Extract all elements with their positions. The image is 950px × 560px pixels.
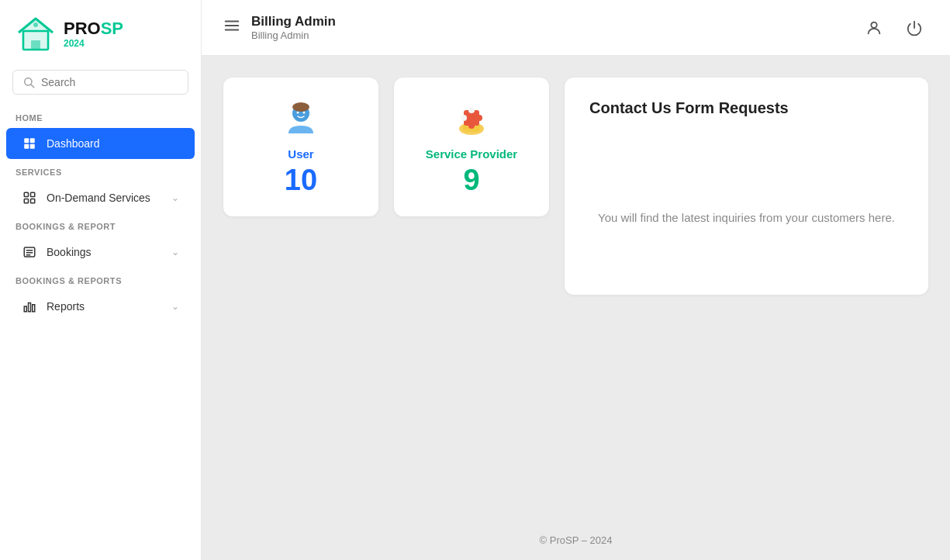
svg-rect-20 bbox=[33, 305, 35, 312]
svg-point-35 bbox=[461, 115, 467, 121]
service-provider-card-value: 9 bbox=[463, 165, 479, 195]
svg-point-26 bbox=[297, 112, 299, 114]
sidebar-item-dashboard-label: Dashboard bbox=[47, 137, 100, 150]
header-subtitle: Billing Admin bbox=[251, 29, 849, 41]
svg-line-5 bbox=[31, 85, 34, 88]
svg-rect-19 bbox=[29, 303, 31, 312]
sidebar-item-on-demand-services[interactable]: On-Demand Services ⌄ bbox=[6, 182, 195, 213]
main-content: Billing Admin Billing Admin bbox=[202, 0, 950, 560]
search-box[interactable] bbox=[12, 70, 188, 95]
svg-rect-2 bbox=[31, 40, 40, 50]
svg-point-33 bbox=[476, 115, 482, 121]
service-provider-icon bbox=[451, 99, 492, 140]
svg-rect-7 bbox=[30, 138, 35, 143]
svg-point-28 bbox=[292, 102, 309, 112]
svg-rect-18 bbox=[24, 306, 26, 312]
search-icon bbox=[22, 76, 35, 88]
nav-section-bookings-reports: BOOKINGS & REPORTS bbox=[0, 268, 201, 290]
logo-year: 2024 bbox=[64, 38, 123, 49]
svg-point-24 bbox=[871, 22, 876, 27]
logo-text: PROSP 2024 bbox=[64, 20, 123, 49]
footer: © ProSP – 2024 bbox=[202, 520, 950, 560]
svg-rect-9 bbox=[30, 144, 35, 149]
svg-point-27 bbox=[303, 112, 306, 114]
user-icon-button[interactable] bbox=[860, 14, 888, 42]
contact-card-title: Contact Us Form Requests bbox=[589, 99, 903, 117]
svg-point-32 bbox=[468, 107, 475, 113]
svg-rect-11 bbox=[31, 192, 35, 196]
sidebar-item-reports[interactable]: Reports ⌄ bbox=[6, 291, 195, 322]
cards-row: User 10 bbox=[223, 78, 928, 295]
sidebar-item-dashboard[interactable]: Dashboard bbox=[6, 128, 195, 159]
list-icon bbox=[22, 244, 37, 260]
svg-point-3 bbox=[33, 22, 38, 27]
nav-section-services: SERVICES bbox=[0, 160, 201, 181]
sidebar-item-on-demand-services-label: On-Demand Services bbox=[47, 192, 150, 204]
user-figure bbox=[281, 99, 321, 140]
chevron-down-icon-2: ⌄ bbox=[171, 247, 179, 258]
sidebar-item-reports-label: Reports bbox=[47, 300, 85, 313]
sidebar-item-bookings-label: Bookings bbox=[47, 246, 92, 258]
chevron-down-icon-3: ⌄ bbox=[171, 301, 179, 312]
svg-rect-8 bbox=[24, 144, 29, 149]
logo-title: PROSP bbox=[64, 20, 123, 37]
service-figure bbox=[451, 99, 492, 140]
sidebar: PROSP 2024 HOME Dashboard SERVICES On-De… bbox=[0, 0, 202, 560]
footer-text: © ProSP – 2024 bbox=[540, 534, 613, 546]
service-provider-stat-card: Service Provider 9 bbox=[394, 78, 549, 216]
nav-section-bookings-report: BOOKINGS & REPORT bbox=[0, 214, 201, 236]
svg-rect-6 bbox=[24, 138, 29, 143]
nav-section-home: HOME bbox=[0, 105, 201, 127]
sidebar-item-bookings[interactable]: Bookings ⌄ bbox=[6, 237, 195, 268]
header: Billing Admin Billing Admin bbox=[202, 0, 950, 56]
logo-sp: SP bbox=[101, 19, 123, 38]
dashboard-content: User 10 bbox=[202, 56, 950, 520]
search-input[interactable] bbox=[41, 76, 178, 88]
header-title: Billing Admin bbox=[251, 14, 849, 29]
chevron-down-icon: ⌄ bbox=[171, 192, 179, 203]
svg-rect-13 bbox=[31, 199, 35, 203]
logo-pro: PRO bbox=[64, 19, 101, 38]
logo-icon bbox=[16, 14, 56, 54]
user-stat-card: User 10 bbox=[223, 78, 378, 216]
svg-point-34 bbox=[468, 123, 475, 129]
grid-icon bbox=[22, 136, 37, 151]
user-card-label: User bbox=[288, 147, 313, 161]
header-icons bbox=[860, 14, 928, 42]
header-titles: Billing Admin Billing Admin bbox=[251, 14, 849, 41]
grid-small-icon bbox=[22, 190, 37, 206]
contact-card-message: You will find the latest inquiries from … bbox=[589, 209, 903, 227]
user-card-value: 10 bbox=[285, 165, 317, 195]
svg-rect-12 bbox=[24, 199, 28, 203]
service-provider-card-label: Service Provider bbox=[426, 147, 517, 161]
bar-chart-icon bbox=[22, 299, 37, 314]
logo-area: PROSP 2024 bbox=[0, 0, 201, 65]
svg-rect-10 bbox=[24, 192, 28, 196]
user-avatar-icon bbox=[281, 99, 321, 140]
contact-card: Contact Us Form Requests You will find t… bbox=[565, 78, 928, 295]
power-icon-button[interactable] bbox=[900, 14, 928, 42]
menu-icon[interactable] bbox=[223, 17, 240, 38]
